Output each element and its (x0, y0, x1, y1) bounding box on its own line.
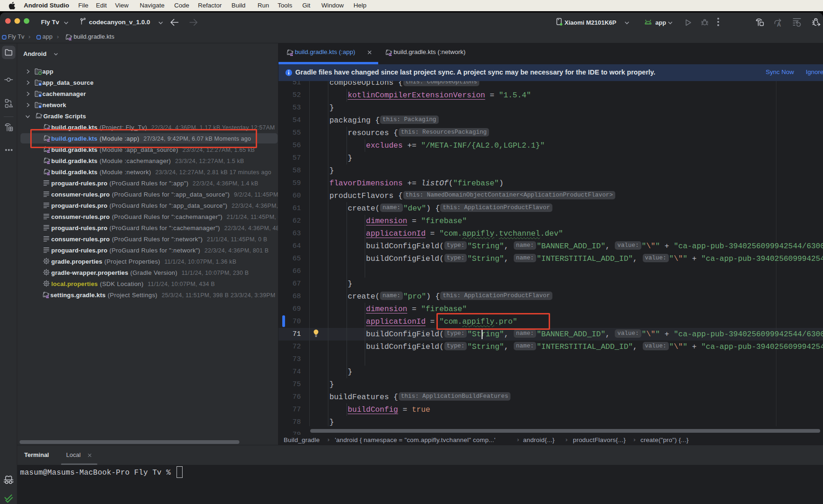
svg-text:A: A (777, 21, 781, 27)
